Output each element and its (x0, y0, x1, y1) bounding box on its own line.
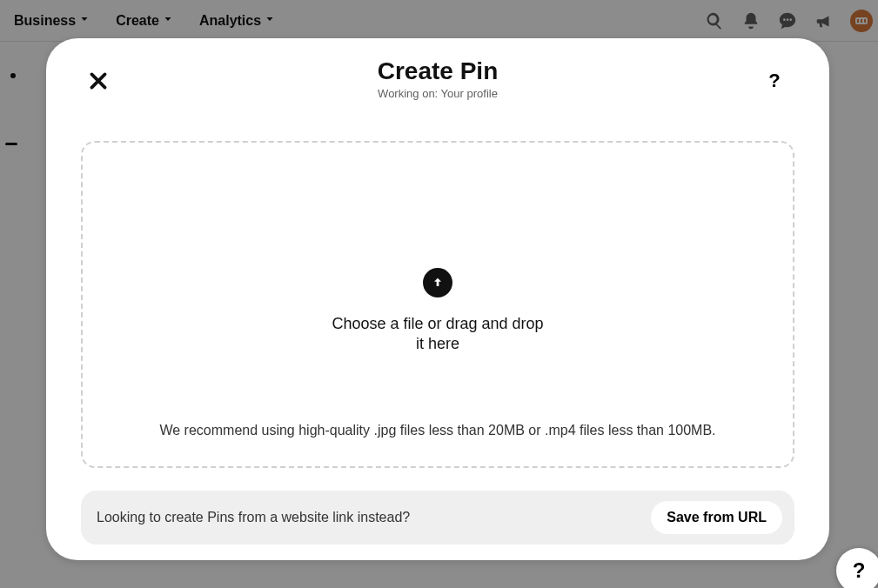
url-bar-question: Looking to create Pins from a website li… (97, 510, 410, 525)
close-icon (87, 70, 110, 92)
file-dropzone[interactable]: Choose a file or drag and drop it here W… (81, 141, 794, 468)
dropzone-recommendation: We recommend using high-quality .jpg fil… (83, 423, 793, 438)
close-button[interactable] (86, 70, 111, 94)
save-from-url-button[interactable]: Save from URL (651, 501, 782, 534)
modal-title: Create Pin (46, 57, 829, 85)
upload-icon (423, 268, 452, 297)
modal-help-button[interactable]: ? (763, 70, 786, 92)
floating-help-button[interactable]: ? (836, 548, 878, 588)
modal-header: Create Pin Working on: Your profile ? (46, 57, 829, 110)
dropzone-text-line1: Choose a file or drag and drop (332, 315, 543, 333)
save-from-url-bar: Looking to create Pins from a website li… (81, 491, 794, 545)
dropzone-text-line2: it here (416, 335, 459, 353)
modal-subtitle: Working on: Your profile (46, 87, 829, 100)
create-pin-modal: Create Pin Working on: Your profile ? Ch… (46, 38, 829, 560)
